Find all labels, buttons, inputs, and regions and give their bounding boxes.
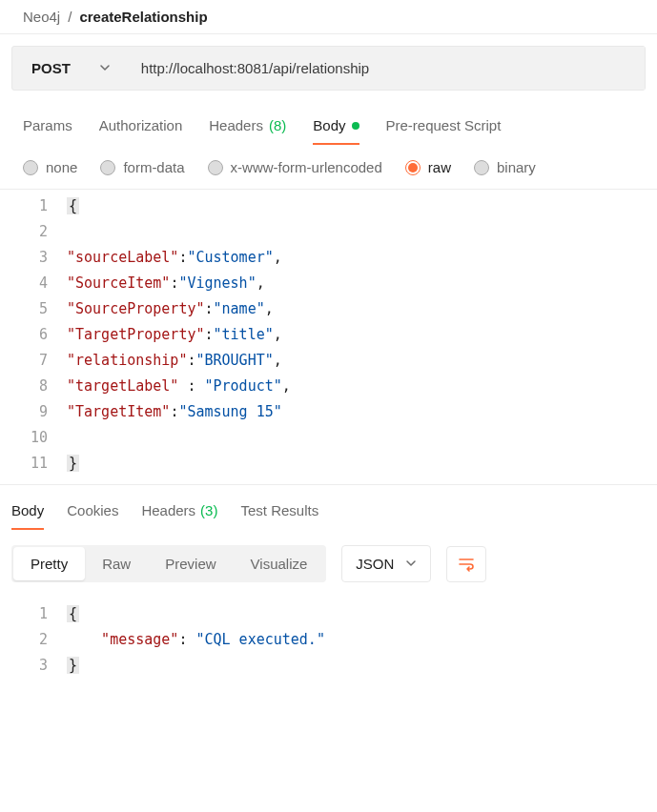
radio-icon [474,160,489,175]
breadcrumb: Neo4j / createRelationship [0,0,657,33]
response-section: Body Cookies Headers (3) Test Results Pr… [0,484,657,679]
wrap-lines-button[interactable] [446,546,486,582]
response-controls: Pretty Raw Preview Visualize JSON [0,530,657,598]
breadcrumb-separator: / [68,9,72,25]
tab-headers-label: Headers [209,117,263,133]
view-pretty[interactable]: Pretty [13,547,85,580]
editor-gutter: 1234567891011 [0,193,67,477]
body-indicator-icon [352,122,359,130]
editor-content[interactable]: { "sourceLabel":"Customer","SourceItem":… [67,193,657,477]
tab-headers[interactable]: Headers (8) [209,110,286,145]
editor-content[interactable]: { "message": "CQL executed."} [67,601,657,679]
editor-gutter: 123 [0,601,67,679]
tab-params[interactable]: Params [23,110,72,145]
radio-icon [208,160,223,175]
tab-prerequest[interactable]: Pre-request Script [386,110,502,145]
response-tabs: Body Cookies Headers (3) Test Results [0,485,657,530]
body-type-raw[interactable]: raw [405,159,451,175]
body-type-binary[interactable]: binary [474,159,536,175]
radio-icon [405,160,421,175]
response-tab-headers-count: (3) [200,502,217,518]
request-tabs: Params Authorization Headers (8) Body Pr… [0,110,657,146]
body-type-formdata[interactable]: form-data [100,159,184,175]
chevron-down-icon [99,60,111,76]
request-bar: POST http://localhost:8081/api/relations… [11,46,646,91]
body-type-xwww-label: x-www-form-urlencoded [231,159,382,175]
body-type-binary-label: binary [497,159,536,175]
radio-icon [23,160,38,175]
format-label: JSON [356,556,394,572]
chevron-down-icon [405,556,417,572]
tab-authorization[interactable]: Authorization [99,110,183,145]
wrap-icon [457,555,476,574]
method-label: POST [31,60,71,76]
response-tab-tests[interactable]: Test Results [240,497,318,530]
body-type-none[interactable]: none [23,159,77,175]
response-tab-body[interactable]: Body [11,497,44,530]
body-type-options: none form-data x-www-form-urlencoded raw… [0,146,657,189]
radio-icon [100,160,115,175]
view-visualize[interactable]: Visualize [234,547,325,580]
tab-headers-count: (8) [269,117,286,133]
breadcrumb-collection[interactable]: Neo4j [23,9,60,25]
view-mode-tabs: Pretty Raw Preview Visualize [11,545,326,582]
breadcrumb-request[interactable]: createRelationship [79,9,207,25]
tab-body[interactable]: Body [313,110,359,145]
body-type-xwww[interactable]: x-www-form-urlencoded [208,159,382,175]
request-body-editor[interactable]: 1234567891011 { "sourceLabel":"Customer"… [0,189,657,477]
response-body-editor[interactable]: 123 { "message": "CQL executed."} [0,598,657,679]
url-input[interactable]: http://localhost:8081/api/relationship [130,47,645,90]
body-type-formdata-label: form-data [123,159,184,175]
tab-body-label: Body [313,117,345,133]
method-dropdown[interactable]: POST [12,47,130,90]
view-raw[interactable]: Raw [85,547,148,580]
view-preview[interactable]: Preview [148,547,233,580]
response-tab-headers[interactable]: Headers (3) [141,497,217,530]
format-dropdown[interactable]: JSON [341,545,431,582]
body-type-none-label: none [46,159,77,175]
response-tab-cookies[interactable]: Cookies [67,497,118,530]
body-type-raw-label: raw [428,159,451,175]
response-tab-headers-label: Headers [141,502,195,518]
